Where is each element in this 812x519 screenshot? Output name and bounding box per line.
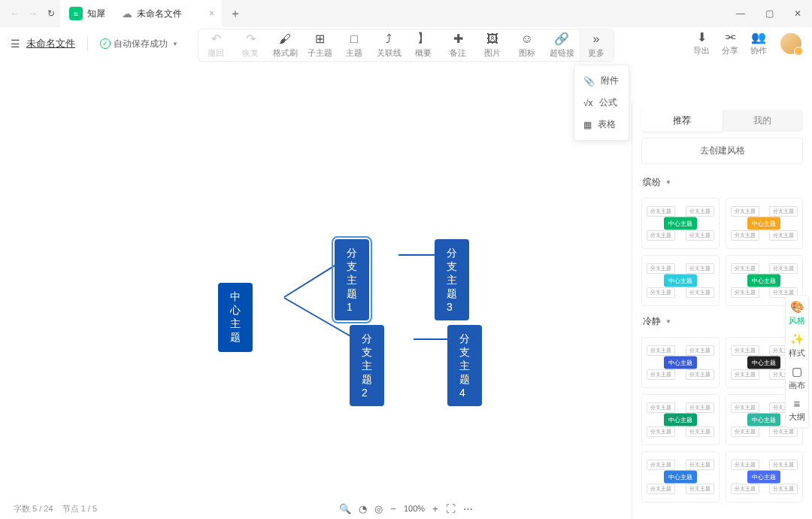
user-avatar[interactable] [780, 33, 801, 54]
autosave-status[interactable]: ✓ 自动保存成功 ▼ [100, 38, 178, 50]
tool-more[interactable]: »更多 [579, 29, 614, 61]
more-icon[interactable]: ⋯ [463, 503, 473, 514]
panel-tabs: 推荐 我的 [641, 110, 803, 132]
create-style-button[interactable]: 去创建风格 [641, 138, 803, 164]
chevron-down-icon: ▼ [665, 179, 671, 186]
tool-topic[interactable]: □主题 [337, 29, 371, 61]
tool-link[interactable]: ⤴关联线 [371, 29, 406, 61]
formula-icon: √x [583, 98, 593, 108]
pan-icon[interactable]: ◔ [359, 503, 367, 514]
collab-icon: 👥 [751, 30, 766, 44]
link-icon: ⤴ [386, 32, 392, 46]
undo-icon: ↶ [211, 32, 221, 46]
check-icon: ✓ [100, 38, 111, 49]
window-maximize[interactable]: ▢ [755, 0, 783, 27]
chevron-down-icon: ▼ [665, 318, 671, 325]
cloud-icon: ☁ [122, 8, 132, 20]
header-actions: ⬇导出⫘分享👥协作 [687, 30, 801, 56]
menu-button[interactable]: ☰ [11, 38, 20, 50]
window-minimize[interactable]: — [726, 0, 755, 27]
document-name[interactable]: 未命名文件 [26, 37, 75, 50]
action-export[interactable]: ⬇导出 [687, 30, 716, 56]
app-name: 知犀 [87, 8, 105, 20]
theme-card[interactable]: 分支主题 分支主题 分支主题 分支主题 中心主题 [641, 337, 720, 388]
summary-icon: 】 [417, 32, 429, 46]
topic-icon: □ [350, 32, 358, 46]
theme-card[interactable]: 分支主题 分支主题 分支主题 分支主题 中心主题 [726, 451, 804, 502]
mindmap-branch-4[interactable]: 分支主题4 [447, 325, 482, 406]
search-icon[interactable]: 🔍 [339, 503, 351, 514]
tab-close[interactable]: × [209, 8, 214, 19]
side-tool-rail: 🎨风格✨样式▢画布≡大纲 [785, 295, 809, 428]
canvas-icon: ▢ [792, 365, 802, 378]
tool-href[interactable]: 🔗超链接 [544, 29, 579, 61]
theme-card[interactable]: 分支主题 分支主题 分支主题 分支主题 中心主题 [641, 255, 720, 306]
tool-summary[interactable]: 】概要 [406, 29, 441, 61]
zoom-in[interactable]: + [432, 503, 438, 514]
fmt-icon: 🖌 [279, 32, 291, 46]
rail-style[interactable]: 🎨风格 [789, 300, 805, 326]
theme-card[interactable]: 分支主题 分支主题 分支主题 分支主题 中心主题 [641, 198, 720, 249]
outline-icon: ≡ [794, 397, 801, 410]
image-icon: 🖼 [486, 32, 498, 46]
rail-canvas[interactable]: ▢画布 [789, 365, 805, 391]
zoom-level[interactable]: 100% [404, 504, 425, 513]
export-icon: ⬇ [697, 30, 707, 44]
new-tab-button[interactable]: ＋ [229, 6, 241, 22]
href-icon: 🔗 [554, 32, 569, 46]
nav-refresh[interactable]: ↻ [44, 6, 59, 21]
theme-card[interactable]: 分支主题 分支主题 分支主题 分支主题 中心主题 [641, 394, 720, 445]
sub-icon: ⊞ [315, 32, 325, 46]
table-icon: ▦ [583, 120, 592, 130]
tool-note[interactable]: ✚备注 [441, 29, 475, 61]
tool-redo: ↷恢复 [233, 29, 268, 61]
style-icon: 🎨 [790, 300, 804, 314]
attach-icon: 📎 [583, 76, 595, 86]
title-bar: ← → ↻ ≈ 知犀 ☁ 未命名文件 × ＋ — ▢ ✕ [0, 0, 812, 27]
mindmap-branch-3[interactable]: 分支主题3 [435, 239, 469, 320]
target-icon[interactable]: ◎ [374, 503, 383, 514]
mindmap-branch-1[interactable]: 分支主题1 [335, 239, 369, 320]
tool-sub[interactable]: ⊞子主题 [302, 29, 337, 61]
icon-icon: ☺ [521, 32, 533, 46]
theme-card[interactable]: 分支主题 分支主题 分支主题 分支主题 中心主题 [641, 451, 720, 502]
dropdown-formula[interactable]: √x公式 [574, 92, 629, 114]
tool-image[interactable]: 🖼图片 [475, 29, 510, 61]
tab-recommend[interactable]: 推荐 [641, 110, 723, 132]
theme-grid-colorful: 分支主题 分支主题 分支主题 分支主题 中心主题 分支主题 分支主题 分支主题 … [632, 192, 812, 312]
zoom-out[interactable]: − [390, 503, 396, 514]
app-home-tab[interactable]: ≈ 知犀 [60, 0, 114, 27]
rail-outline[interactable]: ≡大纲 [789, 397, 805, 423]
dropdown-attach[interactable]: 📎附件 [574, 70, 629, 92]
redo-icon: ↷ [246, 32, 256, 46]
nav-back[interactable]: ← [8, 6, 23, 21]
tab-mine[interactable]: 我的 [723, 110, 804, 132]
category-colorful[interactable]: 缤纷 ▼ [632, 173, 812, 192]
more-dropdown: 📎附件√x公式▦表格 [574, 65, 629, 141]
fullscreen-icon[interactable]: ⛶ [446, 503, 456, 514]
tab-title: 未命名文件 [137, 8, 182, 20]
zhixi-logo-icon: ≈ [69, 7, 83, 20]
tool-icon[interactable]: ☺图标 [510, 29, 544, 61]
rail-format[interactable]: ✨样式 [789, 332, 805, 359]
chevron-down-icon: ▼ [172, 41, 178, 47]
nav-forward[interactable]: → [26, 6, 41, 21]
mindmap-center-node[interactable]: 中心主题 [218, 283, 253, 352]
format-icon: ✨ [790, 332, 804, 346]
more-icon: » [593, 32, 600, 46]
share-icon: ⫘ [724, 30, 736, 44]
divider [87, 37, 88, 50]
theme-card[interactable]: 分支主题 分支主题 分支主题 分支主题 中心主题 [726, 198, 804, 249]
note-icon: ✚ [453, 32, 463, 46]
tool-fmt[interactable]: 🖌格式刷 [268, 29, 302, 61]
document-tab[interactable]: ☁ 未命名文件 × [114, 0, 222, 27]
dropdown-table[interactable]: ▦表格 [574, 114, 629, 135]
window-close[interactable]: ✕ [783, 0, 812, 27]
action-share[interactable]: ⫘分享 [716, 30, 744, 56]
mindmap-branch-2[interactable]: 分支主题2 [350, 325, 384, 406]
main-toolbar: ↶撤回↷恢复🖌格式刷⊞子主题□主题⤴关联线】概要✚备注🖼图片☺图标🔗超链接»更多 [198, 29, 614, 62]
tool-undo: ↶撤回 [198, 29, 233, 61]
action-collab[interactable]: 👥协作 [744, 30, 773, 56]
